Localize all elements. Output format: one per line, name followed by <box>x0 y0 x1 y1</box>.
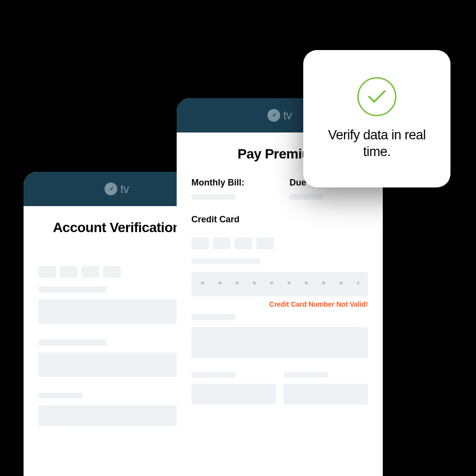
logo-icon <box>267 109 280 122</box>
skeleton-line <box>38 393 82 398</box>
skeleton-chip <box>191 238 209 249</box>
skeleton-chip <box>81 266 99 278</box>
skeleton-line <box>284 372 328 378</box>
logo-text: tv <box>120 182 129 196</box>
skeleton-line <box>191 258 260 264</box>
skeleton-line <box>290 194 324 200</box>
page-title: Account Verification <box>38 220 195 236</box>
monthly-bill-col: Monthly Bill: <box>191 178 270 200</box>
skeleton-block <box>191 327 368 358</box>
monthly-bill-label: Monthly Bill: <box>191 178 270 188</box>
logo-icon <box>105 183 117 195</box>
skeleton-chips <box>38 266 195 278</box>
verify-callout-card: Verify data in real time. <box>303 50 450 187</box>
credit-card-label: Credit Card <box>191 214 368 225</box>
skeleton-line <box>191 194 236 200</box>
stage: tv Account Verification <box>0 0 476 476</box>
check-circle-icon <box>357 77 397 116</box>
skeleton-chip <box>38 266 56 278</box>
skeleton-line <box>191 314 236 320</box>
logo-text: tv <box>283 108 292 122</box>
two-col-row <box>191 372 368 404</box>
skeleton-block <box>38 405 195 426</box>
skeleton-block <box>38 352 195 377</box>
skeleton-line <box>38 287 107 292</box>
skeleton-block <box>38 299 195 324</box>
skeleton-block <box>191 384 276 404</box>
callout-text: Verify data in real time. <box>317 127 437 160</box>
skeleton-chips <box>191 238 368 249</box>
credit-card-input[interactable] <box>191 272 368 296</box>
credit-card-error: Credit Card Number Not Valid! <box>191 300 368 308</box>
skeleton-chip <box>235 238 252 249</box>
skeleton-block <box>284 384 368 404</box>
skeleton-chip <box>103 266 121 278</box>
skeleton-line <box>191 372 236 378</box>
skeleton-chip <box>256 238 274 249</box>
skeleton-line <box>38 340 107 345</box>
skeleton-chip <box>213 238 231 249</box>
skeleton-chip <box>60 266 78 278</box>
